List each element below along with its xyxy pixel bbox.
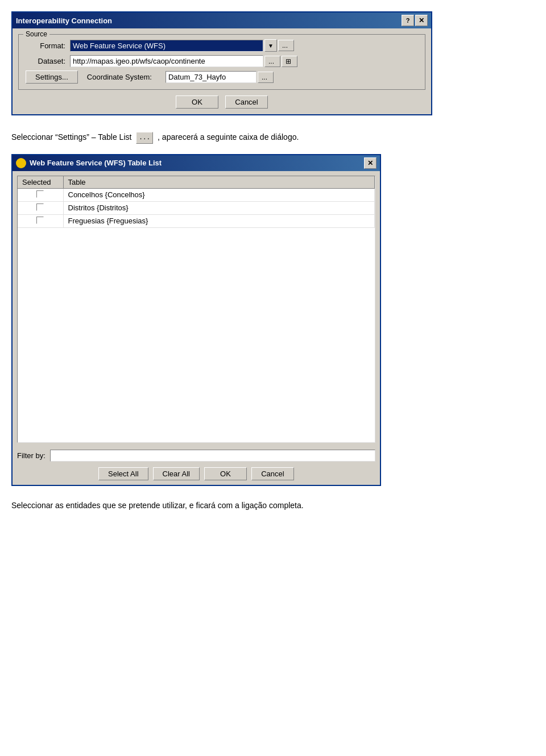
table-list-close-button[interactable]: ✕ — [364, 157, 377, 169]
interop-body: Source Format: Web Feature Service (WFS)… — [13, 28, 431, 114]
settings-button[interactable]: Settings... — [26, 70, 78, 84]
select-all-button[interactable]: Select All — [98, 467, 148, 480]
table-list-title-left: Web Feature Service (WFS) Table List — [16, 158, 162, 168]
dataset-browse-button[interactable]: ... — [264, 56, 280, 67]
settings-coord-row: Settings... Coordinate System: Datum_73_… — [26, 70, 418, 84]
row-checkbox-cell — [18, 214, 63, 227]
dataset-row: Dataset: http://mapas.igeo.pt/wfs/caop/c… — [26, 55, 418, 67]
table-list-title: Web Feature Service (WFS) Table List — [30, 159, 162, 167]
table-list-dialog: Web Feature Service (WFS) Table List ✕ S… — [11, 154, 381, 486]
table-list-container: Selected Table Concelhos {Concelhos}Dist… — [17, 176, 375, 443]
row-checkbox[interactable] — [36, 203, 44, 211]
filter-input[interactable] — [50, 450, 375, 462]
interop-connection-dialog: Interoperability Connection ? ✕ Source F… — [11, 11, 432, 115]
format-select-wrapper: Web Feature Service (WFS) ▼ ... — [70, 39, 294, 52]
table-header-row: Selected Table — [18, 176, 375, 189]
filter-label: Filter by: — [17, 451, 46, 460]
interop-cancel-button[interactable]: Cancel — [225, 95, 268, 109]
format-select[interactable]: Web Feature Service (WFS) — [70, 40, 263, 52]
dataset-wrapper: http://mapas.igeo.pt/wfs/caop/continente… — [70, 55, 297, 67]
table-row[interactable]: Concelhos {Concelhos} — [18, 188, 375, 201]
interop-title: Interoperability Connection — [16, 16, 112, 25]
format-row: Format: Web Feature Service (WFS) ▼ ... — [26, 39, 418, 52]
table-list-titlebar: Web Feature Service (WFS) Table List ✕ — [13, 155, 380, 171]
row-table-name: Concelhos {Concelhos} — [63, 188, 375, 201]
source-groupbox: Source Format: Web Feature Service (WFS)… — [18, 34, 425, 90]
titlebar-buttons: ? ✕ — [402, 15, 428, 26]
row-table-name: Freguesias {Freguesias} — [63, 214, 375, 227]
interop-ok-button[interactable]: OK — [176, 95, 218, 109]
coord-wrapper: Datum_73_Hayfo ... — [166, 71, 274, 83]
settings-inline-icon: ... — [136, 132, 153, 144]
table-list-buttons: Select All Clear All OK Cancel — [13, 464, 380, 485]
clear-all-button[interactable]: Clear All — [153, 467, 200, 480]
coord-system-label: Coordinate System: — [87, 73, 152, 81]
table-list-icon — [16, 158, 26, 168]
dataset-input[interactable]: http://mapas.igeo.pt/wfs/caop/continente — [70, 55, 263, 67]
interop-dialog-buttons: OK Cancel — [18, 95, 425, 109]
coord-browse-button[interactable]: ... — [258, 72, 274, 83]
help-button[interactable]: ? — [402, 15, 414, 26]
dataset-label: Dataset: — [26, 57, 65, 65]
coord-input[interactable]: Datum_73_Hayfo — [166, 71, 257, 83]
table-row[interactable]: Distritos {Distritos} — [18, 201, 375, 214]
desc-part1: Seleccionar “Settings” – Table List — [11, 132, 131, 142]
table-row[interactable]: Freguesias {Freguesias} — [18, 214, 375, 227]
footer-text-content: Seleccionar as entidades que se pretende… — [11, 501, 304, 510]
interop-titlebar: Interoperability Connection ? ✕ — [13, 13, 431, 28]
row-table-name: Distritos {Distritos} — [63, 201, 375, 214]
row-checkbox-cell — [18, 188, 63, 201]
footer-text: Seleccionar as entidades que se pretende… — [11, 500, 535, 512]
table-list-ok-button[interactable]: OK — [204, 467, 247, 480]
row-checkbox-cell — [18, 201, 63, 214]
close-button[interactable]: ✕ — [415, 15, 428, 26]
col-table-header: Table — [63, 176, 375, 189]
dataset-extra-button[interactable]: ⊞ — [282, 56, 297, 67]
source-legend: Source — [23, 30, 49, 38]
filter-row: Filter by: — [13, 447, 380, 464]
format-dropdown-arrow[interactable]: ▼ — [264, 39, 277, 52]
feature-table: Selected Table Concelhos {Concelhos}Dist… — [18, 176, 375, 228]
col-selected-header: Selected — [18, 176, 63, 189]
row-checkbox[interactable] — [36, 190, 44, 198]
table-list-cancel-button[interactable]: Cancel — [251, 467, 294, 480]
description-text: Seleccionar “Settings” – Table List ... … — [11, 131, 535, 144]
row-checkbox[interactable] — [36, 217, 44, 224]
desc-part2: , aparecerá a seguinte caixa de diálogo. — [158, 132, 299, 142]
format-browse-button[interactable]: ... — [278, 40, 294, 51]
format-label: Format: — [26, 41, 65, 50]
